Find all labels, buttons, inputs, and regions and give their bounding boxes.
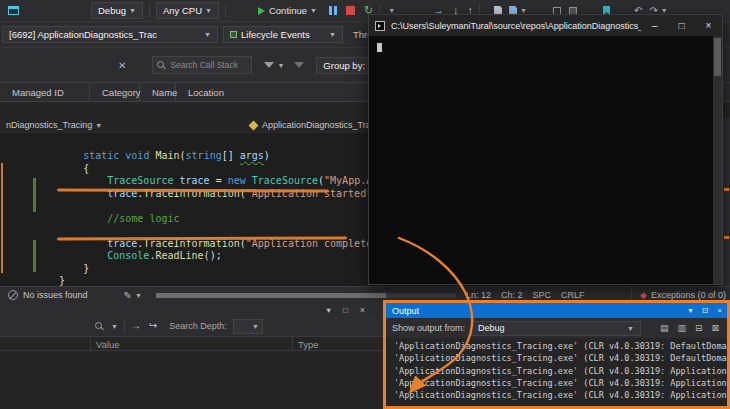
vs-ide-window: Debug ▼ Any CPU ▼ Continue ▼ ↻ ▼ → ↓ ↑ ▼… <box>0 0 730 409</box>
console-scrollbar[interactable] <box>713 36 722 284</box>
chevron-down-icon: ▼ <box>329 31 336 38</box>
platform-dropdown[interactable]: Any CPU ▼ <box>156 2 219 19</box>
console-title-bar[interactable]: C:\Users\SuleymaniTural\source\repos\App… <box>369 15 722 36</box>
class-icon <box>249 120 259 130</box>
chevron-down-icon: ▼ <box>205 7 212 14</box>
console-app-icon <box>375 21 385 31</box>
output-line: 'ApplicationDiagnostics_Tracing.exe' (CL… <box>394 340 727 352</box>
minimize-button[interactable]: – <box>641 15 668 36</box>
edit-mode-icon[interactable]: ✎ <box>124 290 132 301</box>
output-line: 'ApplicationDiagnostics_Tracing.exe' (CL… <box>394 377 727 389</box>
chevron-down-icon: ▼ <box>95 122 102 129</box>
close-panel-icon[interactable]: × <box>360 305 365 315</box>
maximize-button[interactable]: □ <box>668 15 695 36</box>
watch-toolbar: ▼ → ↪ Search Depth: ▼ <box>0 316 383 337</box>
search-depth-label: Search Depth: <box>169 321 227 331</box>
editor-scrollbar[interactable] <box>723 118 730 286</box>
window-position-icon[interactable]: ▾ <box>327 305 331 315</box>
output-line: 'ApplicationDiagnostics_Tracing.exe' (CL… <box>394 352 727 364</box>
console-scrollbar-thumb[interactable] <box>714 38 721 76</box>
output-line: 'ApplicationDiagnostics_Tracing.exe' (CL… <box>394 365 727 377</box>
divider <box>124 320 125 333</box>
flat-view-icon[interactable] <box>294 62 304 68</box>
chevron-down-icon: ▼ <box>627 325 634 332</box>
process-label: [6692] ApplicationDiagnostics_Trac <box>9 29 157 40</box>
console-body[interactable] <box>369 36 722 284</box>
search-depth-input[interactable]: ▼ <box>233 319 263 334</box>
solution-config-label: Debug <box>98 5 126 16</box>
chevron-down-icon: ▼ <box>111 323 118 330</box>
chevron-down-icon: ▼ <box>129 7 136 14</box>
watch-panel-header: ▾ □ × <box>0 303 383 316</box>
output-toolbar: Show output from: Debug ▼ ▤ ▥ ⊟ ⊠ <box>386 318 727 338</box>
column-indicator[interactable]: Ch: 2 <box>501 290 523 300</box>
pin-icon[interactable]: ⊡ <box>702 306 709 315</box>
scrollbar-thumb[interactable] <box>156 293 386 298</box>
chevron-down-icon: ▼ <box>661 7 668 14</box>
column-header-value[interactable]: Value <box>96 339 120 350</box>
jump-to-icon[interactable]: ↪ <box>149 321 157 331</box>
column-header-name[interactable]: Name <box>140 83 176 101</box>
watch-panel: ▾ □ × ▼ → ↪ Search Depth: ▼ Value Type <box>0 303 383 409</box>
column-header-category[interactable]: Category <box>90 83 140 101</box>
word-wrap-icon[interactable]: ▥ <box>677 323 686 333</box>
no-issues-icon <box>8 290 18 300</box>
exception-diamond-icon: ◆ <box>640 290 647 300</box>
lifecycle-icon <box>230 31 237 38</box>
column-header-managed-id[interactable]: Managed ID <box>0 83 90 101</box>
filter-icon <box>264 62 274 68</box>
horizontal-scrollbar[interactable] <box>156 293 456 298</box>
lifecycle-events-dropdown[interactable]: Lifecycle Events ▼ <box>223 26 343 43</box>
form-designer-icon[interactable] <box>8 6 19 15</box>
solution-config-dropdown[interactable]: Debug ▼ <box>91 2 143 19</box>
search-icon[interactable] <box>95 322 104 331</box>
output-title-bar[interactable]: Output ▾ ⊡ × <box>386 303 727 318</box>
project-dropdown-label: nDiagnostics_Tracing <box>6 120 92 130</box>
close-icon[interactable]: ✕ <box>118 60 126 71</box>
show-output-from-label: Show output from: <box>392 323 465 333</box>
toggle-autoscroll-icon[interactable]: ⊠ <box>711 323 719 333</box>
annotation-left-line <box>1 163 3 273</box>
spaces-indicator[interactable]: SPC <box>532 290 551 300</box>
process-dropdown[interactable]: [6692] ApplicationDiagnostics_Trac ▼ <box>2 26 218 43</box>
no-issues-label[interactable]: No issues found <box>23 290 88 300</box>
scrollbar-annotation-mark <box>724 236 729 239</box>
divider <box>149 4 150 17</box>
group-by-label: Group by: <box>323 60 365 71</box>
chevron-down-icon: ▼ <box>252 323 259 330</box>
output-panel: Output ▾ ⊡ × Show output from: Debug ▼ ▤… <box>383 300 730 409</box>
project-dropdown[interactable]: nDiagnostics_Tracing ▼ <box>6 120 102 130</box>
output-lines[interactable]: 'ApplicationDiagnostics_Tracing.exe' (CL… <box>386 338 727 406</box>
messages-icon[interactable]: ▤ <box>660 323 669 333</box>
column-separator[interactable] <box>292 337 293 351</box>
maximize-panel-icon[interactable]: □ <box>343 305 348 315</box>
watch-column-headers: Value Type <box>0 337 383 351</box>
scrollbar-annotation-mark <box>724 188 729 191</box>
output-title: Output <box>392 306 419 316</box>
column-header-type[interactable]: Type <box>298 339 319 350</box>
chevron-down-icon: ▼ <box>204 31 211 38</box>
toolbar-overflow-icon[interactable]: ▼ <box>388 7 395 14</box>
close-panel-icon[interactable]: × <box>717 306 722 315</box>
clear-all-icon[interactable]: ⊟ <box>695 323 703 333</box>
lifecycle-label: Lifecycle Events <box>241 29 310 40</box>
line-indicator[interactable]: Ln: 12 <box>466 290 491 300</box>
line-ending-indicator[interactable]: CRLF <box>561 290 585 300</box>
close-button[interactable]: × <box>695 15 722 36</box>
window-position-icon[interactable]: ▾ <box>689 306 693 315</box>
next-match-icon[interactable]: → <box>131 321 141 331</box>
output-source-dropdown[interactable]: Debug ▼ <box>471 321 641 336</box>
chevron-down-icon: ▼ <box>277 62 284 69</box>
column-separator[interactable] <box>90 337 91 351</box>
exceptions-label: Exceptions (0 of 0) <box>651 290 726 300</box>
break-all-button[interactable] <box>329 6 337 15</box>
divider <box>225 4 226 17</box>
console-window[interactable]: C:\Users\SuleymaniTural\source\repos\App… <box>368 14 723 285</box>
search-call-stack-input[interactable]: Search Call Stack <box>152 56 252 74</box>
stop-debugging-button[interactable] <box>346 6 355 15</box>
chevron-down-icon: ▼ <box>135 292 142 299</box>
filter-button[interactable]: ▼ <box>264 62 284 69</box>
continue-button[interactable]: Continue ▼ <box>258 5 317 16</box>
search-placeholder: Search Call Stack <box>170 60 238 70</box>
console-title: C:\Users\SuleymaniTural\source\repos\App… <box>391 21 641 31</box>
